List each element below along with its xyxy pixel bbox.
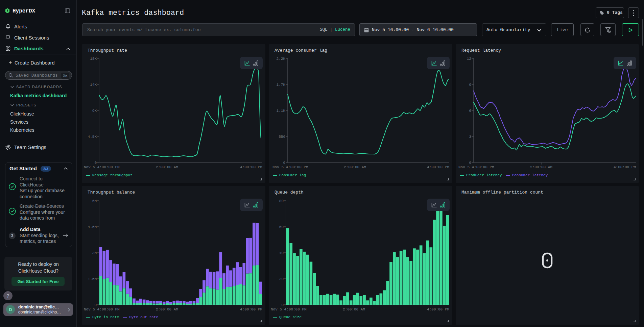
svg-text:18K: 18K [90, 57, 97, 61]
svg-text:2:00:00 AM: 2:00:00 AM [343, 307, 365, 311]
svg-text:1.5M: 1.5M [88, 277, 97, 281]
svg-text:1.7K: 1.7K [277, 83, 286, 87]
svg-text:Nov 5 4:00:00 PM: Nov 5 4:00:00 PM [84, 307, 120, 311]
svg-text:6: 6 [469, 109, 471, 113]
svg-text:2.2K: 2.2K [277, 57, 286, 61]
svg-text:3M: 3M [92, 251, 97, 255]
svg-text:4:00:00 PM: 4:00:00 PM [240, 165, 262, 169]
svg-text:0: 0 [94, 303, 97, 307]
svg-text:550: 550 [279, 135, 285, 139]
svg-text:4:00:00 PM: 4:00:00 PM [614, 165, 636, 169]
svg-text:40: 40 [279, 251, 284, 255]
svg-text:4:00:00 PM: 4:00:00 PM [427, 307, 449, 311]
svg-text:1.1K: 1.1K [277, 109, 286, 113]
svg-text:Nov 5 4:00:00 PM: Nov 5 4:00:00 PM [272, 165, 308, 169]
svg-text:2:00:00 AM: 2:00:00 AM [344, 165, 366, 169]
svg-text:9: 9 [469, 83, 471, 87]
svg-text:Nov 5 4:00:00 PM: Nov 5 4:00:00 PM [458, 165, 494, 169]
svg-text:20: 20 [279, 277, 284, 281]
svg-text:2:00:00 AM: 2:00:00 AM [530, 165, 552, 169]
svg-text:9K: 9K [92, 109, 97, 113]
svg-text:80: 80 [279, 199, 284, 203]
svg-text:4.5M: 4.5M [88, 225, 97, 229]
svg-text:4:00:00 PM: 4:00:00 PM [427, 165, 449, 169]
svg-text:4.5K: 4.5K [88, 135, 97, 139]
svg-text:0: 0 [281, 303, 284, 307]
svg-text:2:00:00 AM: 2:00:00 AM [156, 165, 178, 169]
svg-text:0: 0 [94, 161, 97, 165]
svg-text:60: 60 [279, 225, 284, 229]
svg-text:Nov 5 4:00:00 PM: Nov 5 4:00:00 PM [84, 165, 120, 169]
svg-text:6M: 6M [92, 199, 97, 203]
svg-text:14K: 14K [90, 83, 97, 87]
svg-text:Nov 5 4:00:00 PM: Nov 5 4:00:00 PM [271, 307, 307, 311]
svg-text:2:00:00 AM: 2:00:00 AM [156, 307, 178, 311]
svg-text:12: 12 [467, 57, 471, 61]
svg-text:4:00:00 PM: 4:00:00 PM [240, 307, 262, 311]
svg-text:3: 3 [469, 135, 471, 139]
svg-text:0: 0 [283, 161, 285, 165]
svg-text:0: 0 [469, 161, 471, 165]
